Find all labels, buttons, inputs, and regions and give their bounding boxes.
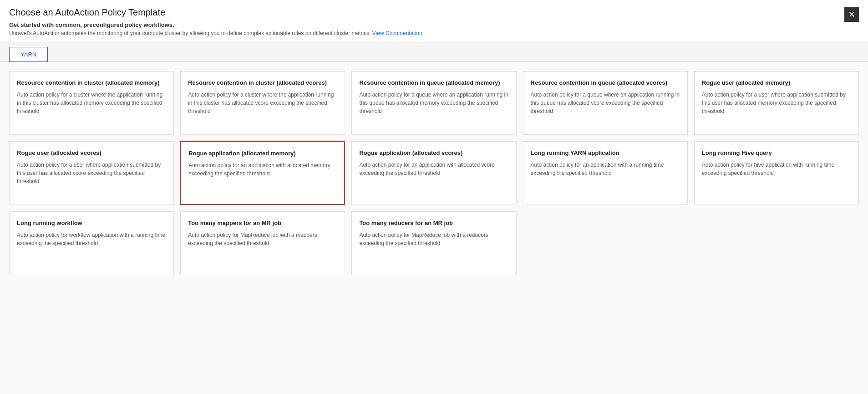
card-desc: Auto action policy for a user where appl… [17, 161, 166, 185]
tab-yarn[interactable]: YARN [9, 47, 48, 62]
page-title: Choose an AutoAction Policy Template [9, 7, 422, 18]
cards-row-1: Resource contention in cluster (allocate… [9, 71, 859, 135]
card-desc: Auto action policy for a cluster where t… [188, 91, 337, 115]
cards-row-3: Long running workflow Auto action policy… [9, 211, 859, 275]
page-wrapper: Choose an AutoAction Policy Template Get… [0, 0, 868, 394]
card-title: Long running YARN application [531, 149, 680, 157]
card-desc: Auto action policy for a cluster where t… [17, 91, 166, 115]
card-desc: Auto action policy for a user where appl… [702, 91, 851, 115]
policy-card[interactable]: Resource contention in cluster (allocate… [180, 71, 345, 135]
card-title: Rogue user (allocated memory) [702, 79, 851, 87]
card-desc: Auto action policy for hive application … [702, 161, 851, 177]
page-header: Choose an AutoAction Policy Template Get… [0, 0, 868, 42]
card-desc: Auto action policy for a queue where an … [531, 91, 680, 115]
card-desc: Auto action policy for workflow applicat… [17, 231, 166, 247]
cards-row-2: Rogue user (allocated vcores) Auto actio… [9, 141, 859, 205]
policy-card[interactable]: Resource contention in queue (allocated … [351, 71, 516, 135]
card-desc: Auto action policy for MapReduce job wit… [188, 231, 337, 247]
policy-card[interactable]: Resource contention in cluster (allocate… [9, 71, 174, 135]
card-desc: Auto action policy for MapReduce job wit… [359, 231, 508, 247]
card-title: Too many reducers for an MR job [359, 219, 508, 227]
card-title: Resource contention in queue (allocated … [531, 79, 680, 87]
header-desc-text: Unravel's AutoAction automates the monit… [9, 30, 371, 36]
card-title: Rogue user (allocated vcores) [17, 149, 166, 157]
card-desc: Auto action policy for a queue where an … [359, 91, 508, 115]
card-title: Resource contention in cluster (allocate… [17, 79, 166, 87]
content-area: Resource contention in cluster (allocate… [0, 62, 868, 394]
card-title: Long running Hive query [702, 149, 851, 157]
header-desc: Unravel's AutoAction automates the monit… [9, 30, 422, 36]
policy-card[interactable]: Resource contention in queue (allocated … [523, 71, 688, 135]
policy-card[interactable]: Rogue user (allocated vcores) Auto actio… [9, 141, 174, 205]
card-title: Resource contention in queue (allocated … [359, 79, 508, 87]
policy-card[interactable]: Long running workflow Auto action policy… [9, 211, 174, 275]
policy-card[interactable]: Rogue user (allocated memory) Auto actio… [694, 71, 859, 135]
card-title: Long running workflow [17, 219, 166, 227]
policy-card[interactable]: Long running Hive query Auto action poli… [694, 141, 859, 205]
doc-link[interactable]: View Documentation [372, 30, 422, 36]
policy-card[interactable]: Long running YARN application Auto actio… [523, 141, 688, 205]
card-desc: Auto action policy for an application wi… [359, 161, 508, 177]
card-desc: Auto action policy for an application wi… [531, 161, 680, 177]
policy-card[interactable]: Rogue application (allocated vcores) Aut… [351, 141, 516, 205]
card-title: Too many mappers for an MR job [188, 219, 337, 227]
card-title: Rogue application (allocated vcores) [359, 149, 508, 157]
header-subtitle: Get started with common, preconfigured p… [9, 21, 422, 28]
card-title: Resource contention in cluster (allocate… [188, 79, 337, 87]
close-button[interactable]: ✕ [844, 7, 859, 22]
tabs-bar: YARN [0, 42, 868, 62]
policy-card[interactable]: Rogue application (allocated memory) Aut… [180, 141, 345, 205]
header-content: Choose an AutoAction Policy Template Get… [9, 7, 422, 42]
card-desc: Auto action policy for an application wi… [188, 161, 337, 178]
policy-card[interactable]: Too many reducers for an MR job Auto act… [351, 211, 516, 275]
policy-card[interactable]: Too many mappers for an MR job Auto acti… [180, 211, 345, 275]
card-title: Rogue application (allocated memory) [188, 149, 337, 158]
